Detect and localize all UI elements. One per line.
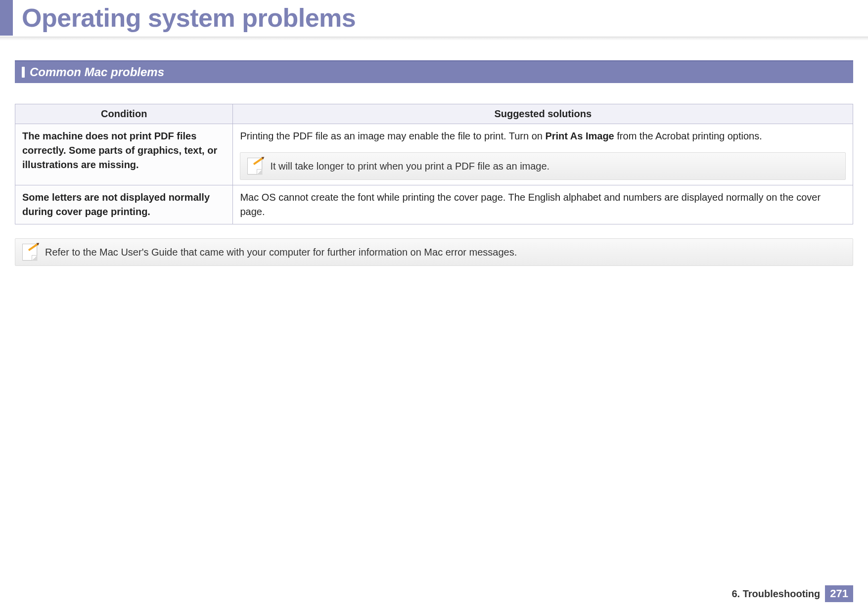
condition-cell: Some letters are not displayed normally … (15, 185, 233, 224)
page-header: Operating system problems (0, 0, 868, 36)
inline-note-box: It will take longer to print when you pr… (240, 152, 846, 180)
footer-page-number: 271 (825, 585, 853, 602)
page-note-text: Refer to the Mac User's Guide that came … (45, 247, 517, 258)
table-row: Some letters are not displayed normally … (15, 185, 853, 224)
solution-text-pre: Printing the PDF file as an image may en… (240, 131, 545, 141)
solution-cell: Printing the PDF file as an image may en… (233, 124, 853, 185)
note-pencil-icon (247, 158, 262, 175)
condition-cell: The machine does not print PDF files cor… (15, 124, 233, 185)
table-header-condition: Condition (15, 104, 233, 124)
inline-note-text: It will take longer to print when you pr… (270, 159, 549, 174)
page-title: Operating system problems (13, 0, 356, 36)
page-content: Common Mac problems Condition Suggested … (0, 60, 868, 266)
table-header-row: Condition Suggested solutions (15, 104, 853, 124)
solution-text-pre: Mac OS cannot create the font while prin… (240, 192, 821, 217)
section-heading-bar: Common Mac problems (15, 60, 853, 83)
section-title: Common Mac problems (30, 65, 164, 79)
table-row: The machine does not print PDF files cor… (15, 124, 853, 185)
note-pencil-icon (22, 244, 37, 261)
solution-text-bold: Print As Image (545, 131, 614, 141)
table-header-solutions: Suggested solutions (233, 104, 853, 124)
solution-cell: Mac OS cannot create the font while prin… (233, 185, 853, 224)
header-accent-bar (0, 0, 13, 36)
footer-chapter-label: 6. Troubleshooting (731, 588, 820, 600)
solution-text-post: from the Acrobat printing options. (614, 131, 762, 141)
section-bullet-icon (22, 67, 25, 78)
header-divider (0, 37, 868, 41)
page-footer: 6. Troubleshooting 271 (731, 585, 853, 602)
page-note-box: Refer to the Mac User's Guide that came … (15, 238, 853, 266)
problems-table: Condition Suggested solutions The machin… (15, 104, 853, 224)
